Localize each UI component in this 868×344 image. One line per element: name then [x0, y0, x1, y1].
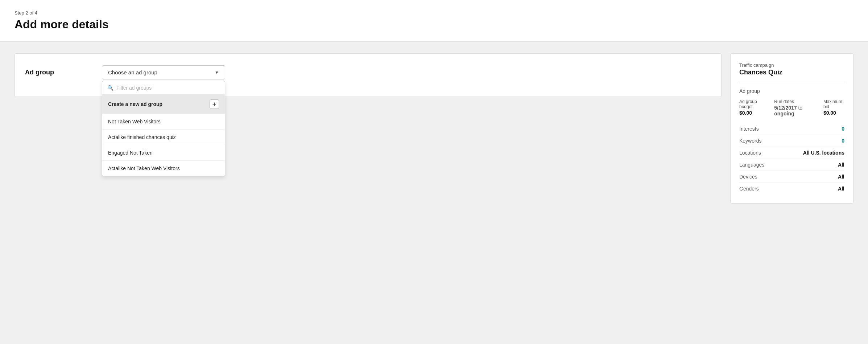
stat-label: Genders [739, 186, 759, 192]
create-new-label: Create a new ad group [108, 101, 162, 107]
page-header: Step 2 of 4 Add more details [0, 0, 868, 42]
ad-group-dropdown-trigger[interactable]: Choose an ad group ▼ [102, 65, 225, 79]
ad-group-field-label: Ad group [25, 69, 90, 76]
run-dates-item: Run dates 5/12/2017 to ongoing [774, 99, 815, 116]
stat-value: All U.S. locations [803, 150, 844, 156]
stat-value: All [838, 174, 844, 180]
ad-group-row: Ad group Choose an ad group ▼ 🔍 Create a… [25, 65, 711, 79]
dropdown-placeholder-text: Choose an ad group [108, 69, 157, 75]
run-dates-ongoing: ongoing [774, 111, 794, 116]
run-dates-start: 5/12/2017 [774, 105, 797, 111]
stat-label: Interests [739, 126, 759, 132]
stat-row: LanguagesAll [739, 159, 844, 171]
chevron-down-icon: ▼ [215, 70, 219, 75]
stat-row: Keywords0 [739, 135, 844, 147]
max-bid-label: Maximum bid [823, 99, 844, 109]
stat-value: 0 [842, 126, 844, 132]
stat-row: LocationsAll U.S. locations [739, 147, 844, 159]
max-bid-value: $0.00 [823, 110, 844, 116]
step-label: Step 2 of 4 [15, 10, 853, 16]
stat-row: GendersAll [739, 183, 844, 194]
stat-value: 0 [842, 138, 844, 144]
stat-row: DevicesAll [739, 171, 844, 183]
ad-group-section-label: Ad group [739, 88, 844, 94]
list-item[interactable]: Not Taken Web Visitors [102, 114, 225, 130]
budget-value: $0.00 [739, 110, 765, 116]
budget-row: Ad group budget $0.00 Run dates 5/12/201… [739, 99, 844, 116]
main-content: Ad group Choose an ad group ▼ 🔍 Create a… [0, 42, 868, 215]
stat-label: Devices [739, 174, 757, 180]
search-icon: 🔍 [107, 85, 113, 91]
stat-label: Languages [739, 162, 764, 168]
page-title: Add more details [15, 18, 853, 31]
divider [739, 83, 844, 83]
budget-item: Ad group budget $0.00 [739, 99, 765, 116]
stat-label: Locations [739, 150, 761, 156]
run-dates-to: to [797, 105, 803, 111]
left-panel: Ad group Choose an ad group ▼ 🔍 Create a… [15, 53, 722, 97]
list-item[interactable]: Actalike finished chances quiz [102, 130, 225, 145]
campaign-type-label: Traffic campaign [739, 62, 844, 68]
search-input[interactable] [116, 85, 220, 91]
run-dates-label: Run dates [774, 99, 815, 104]
plus-icon[interactable]: + [210, 99, 219, 109]
ad-group-dropdown-wrapper: Choose an ad group ▼ 🔍 Create a new ad g… [102, 65, 225, 79]
list-item[interactable]: Actalike Not Taken Web Visitors [102, 161, 225, 176]
ad-group-dropdown-menu: 🔍 Create a new ad group + Not Taken Web … [102, 81, 225, 176]
create-new-ad-group-item[interactable]: Create a new ad group + [102, 95, 225, 114]
stat-label: Keywords [739, 138, 761, 144]
budget-label: Ad group budget [739, 99, 765, 109]
list-item[interactable]: Engaged Not Taken [102, 145, 225, 161]
search-row: 🔍 [102, 81, 225, 95]
run-dates-value: 5/12/2017 to ongoing [774, 105, 815, 116]
stat-value: All [838, 162, 844, 168]
stats-list: Interests0Keywords0LocationsAll U.S. loc… [739, 123, 844, 194]
campaign-name: Chances Quiz [739, 69, 844, 76]
stat-value: All [838, 186, 844, 192]
summary-panel: Traffic campaign Chances Quiz Ad group A… [730, 53, 853, 204]
stat-row: Interests0 [739, 123, 844, 135]
max-bid-item: Maximum bid $0.00 [823, 99, 844, 116]
